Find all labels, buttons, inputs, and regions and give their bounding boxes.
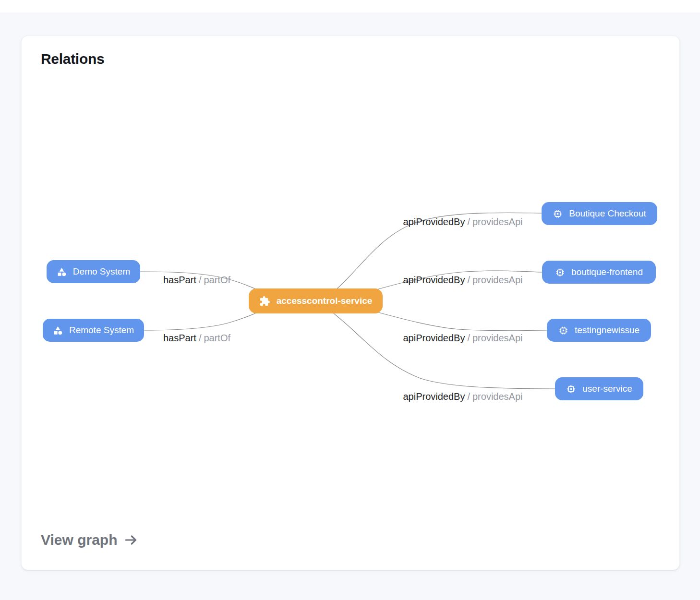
view-graph-label: View graph: [41, 532, 118, 548]
node-label: boutique-frontend: [571, 267, 643, 277]
chip-icon: [553, 209, 563, 219]
node-label: testingnewissue: [575, 325, 640, 336]
puzzle-icon: [259, 296, 270, 307]
node-label: Boutique Checkout: [569, 208, 646, 219]
category-icon: [53, 325, 63, 336]
entity-node-user-service[interactable]: user-service: [555, 377, 643, 400]
chip-icon: [555, 267, 565, 277]
node-label: Demo System: [73, 266, 130, 277]
node-label: user-service: [582, 384, 632, 394]
node-label: Remote System: [69, 325, 134, 336]
node-label: accesscontrol-service: [277, 296, 373, 306]
entity-node-testingnewissue[interactable]: testingnewissue: [547, 319, 651, 342]
entity-node-accesscontrol-service[interactable]: accesscontrol-service: [249, 288, 383, 313]
entity-node-remote-system[interactable]: Remote System: [43, 319, 144, 342]
entity-node-boutique-checkout[interactable]: Boutique Checkout: [542, 202, 657, 225]
arrow-right-icon: [123, 532, 139, 548]
page: { "page": { "title": "Relations", "view_…: [0, 0, 700, 600]
chip-icon: [558, 325, 568, 336]
view-graph-link[interactable]: View graph: [41, 532, 139, 548]
page-title: Relations: [41, 51, 104, 67]
chip-icon: [566, 384, 576, 394]
entity-node-demo-system[interactable]: Demo System: [47, 260, 140, 283]
top-strip: [0, 0, 700, 12]
entity-node-boutique-frontend[interactable]: boutique-frontend: [542, 261, 656, 284]
category-icon: [57, 267, 67, 277]
